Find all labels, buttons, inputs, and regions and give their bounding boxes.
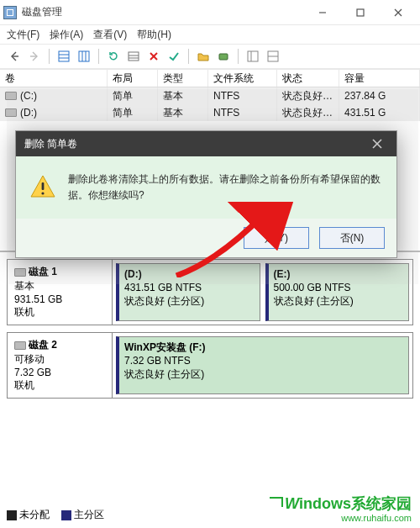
close-button[interactable] [379,0,417,25]
minimize-button[interactable] [303,0,341,25]
col-fs[interactable]: 文件系统 [208,70,277,87]
toolbar-detail1-icon[interactable] [244,47,262,66]
svg-rect-4 [59,51,69,61]
maximize-button[interactable] [341,0,379,25]
refresh-icon[interactable] [104,47,123,66]
svg-rect-1 [357,9,364,16]
partition-f[interactable]: WinXP安装盘 (F:) 7.32 GB NTFS 状态良好 (主分区) [116,336,409,394]
toolbar-grid2-icon[interactable] [75,47,93,66]
drive-icon[interactable] [214,47,233,66]
no-button[interactable]: 否(N) [319,227,385,249]
col-type[interactable]: 类型 [158,70,208,87]
folder-icon[interactable] [194,47,213,66]
legend-unallocated: 未分配 [7,508,50,522]
svg-rect-22 [42,182,45,190]
col-capacity[interactable]: 容量 [339,70,420,87]
col-status[interactable]: 状态 [277,70,339,87]
menu-file[interactable]: 文件(F) [7,28,39,42]
yes-button[interactable]: 是(Y) [244,227,309,249]
disk-icon [14,341,26,350]
col-layout[interactable]: 布局 [108,70,158,87]
legend-primary: 主分区 [61,508,104,522]
disk-info[interactable]: 磁盘 2 可移动 7.32 GB 联机 [8,333,113,398]
menu-action[interactable]: 操作(A) [50,28,83,42]
svg-rect-10 [129,52,139,61]
svg-rect-16 [248,51,258,61]
back-button[interactable] [5,47,24,66]
svg-rect-7 [79,51,89,61]
app-icon [3,6,17,19]
toolbar-list-icon[interactable] [124,47,143,66]
svg-rect-15 [219,54,228,60]
dialog-title: 删除 简单卷 [24,137,77,151]
window-title: 磁盘管理 [22,5,62,19]
delete-volume-dialog: 删除 简单卷 删除此卷将清除其上的所有数据。请在删除之前备份所有希望保留的数据。… [15,130,397,258]
menu-help[interactable]: 帮助(H) [137,28,171,42]
col-volume[interactable]: 卷 [0,70,108,87]
check-icon[interactable] [165,47,183,66]
dialog-message: 删除此卷将清除其上的所有数据。请在删除之前备份所有希望保留的数据。你想继续吗? [68,172,383,203]
delete-icon[interactable] [144,47,163,66]
svg-point-23 [41,192,44,194]
menu-view[interactable]: 查看(V) [93,28,127,42]
fwd-button[interactable] [25,47,44,66]
dialog-close-button[interactable] [361,131,393,156]
warning-icon [29,173,56,200]
watermark: Windows系统家园 www.ruhaifu.com [270,496,412,523]
toolbar-grid1-icon[interactable] [55,47,73,66]
toolbar-detail2-icon[interactable] [264,47,282,66]
